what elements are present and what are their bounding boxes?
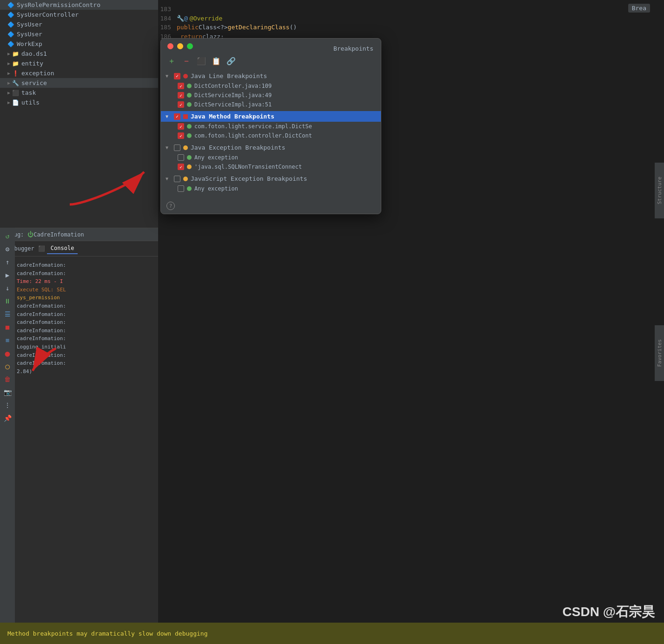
item-dot	[187, 124, 192, 129]
status-bar: Method breakpoints may dramatically slow…	[0, 623, 664, 644]
chevron-icon: ▶	[7, 61, 10, 66]
help-button[interactable]: ?	[166, 202, 175, 210]
tab-console[interactable]: Console	[47, 243, 78, 254]
bp-item-dictcontroller[interactable]: DictController.java:109	[161, 81, 381, 91]
trash-icon[interactable]: 🗑	[2, 374, 13, 385]
console-line-14: 2.84)	[17, 368, 156, 376]
tree-item-sysuser1[interactable]: 🔷 SysUser	[0, 20, 158, 29]
console-line-8: cadreInfomation:	[17, 318, 156, 327]
js-exception-checkbox[interactable]	[174, 176, 180, 182]
stop-icon[interactable]: ■	[2, 322, 13, 333]
play-icon[interactable]: ▶	[2, 269, 13, 281]
code-line-183: 183	[158, 5, 664, 14]
tree-item-task[interactable]: ▶ ⬛ task	[0, 88, 158, 98]
tree-item-service[interactable]: ▶ 🔧 service	[0, 78, 158, 88]
tree-item-utils[interactable]: ▶ 📄 utils	[0, 98, 158, 107]
console-line-5: sys_permission	[17, 294, 156, 302]
pin-icon[interactable]: 📌	[2, 413, 13, 424]
bp-section-java-exception-header[interactable]: ▼ Java Exception Breakpoints	[161, 142, 381, 153]
console-line-10: cadreInfomation:	[17, 335, 156, 343]
item-checkbox[interactable]	[178, 164, 184, 170]
tree-item-sysusercontroller[interactable]: 🔷 SysUserController	[0, 10, 158, 20]
camera-icon[interactable]: 📷	[2, 387, 13, 398]
console-line-11: Logging initiali	[17, 343, 156, 351]
item-checkbox[interactable]	[178, 83, 184, 89]
link-icon[interactable]: 🔗	[226, 56, 236, 66]
tree-item-exception[interactable]: ▶ ❗ exception	[0, 68, 158, 78]
bp-item-sql-exception[interactable]: 'java.sql.SQLNonTransientConnect	[161, 162, 381, 171]
breadcrumb-label: Brea	[628, 4, 650, 13]
pause-icon[interactable]: ⏸	[2, 296, 13, 307]
js-exception-dot	[183, 177, 188, 181]
circle-icon[interactable]: ○	[2, 361, 13, 372]
bp-section-java-exception: ▼ Java Exception Breakpoints Any excepti…	[161, 141, 381, 172]
remove-breakpoint-button[interactable]: −	[181, 56, 192, 66]
item-text: Any exception	[194, 185, 238, 192]
item-dot	[187, 164, 192, 169]
down-arrow-icon[interactable]: ↓	[2, 283, 13, 294]
window-close-button[interactable]	[167, 43, 173, 49]
tree-item-sysrolepermission[interactable]: 🔷 SysRolePermissionContro	[0, 0, 158, 10]
item-checkbox[interactable]	[178, 132, 184, 139]
debug-marker-icon: 🔧@	[177, 14, 188, 23]
breakpoint-dot[interactable]: ●	[2, 348, 13, 359]
tree-item-entity[interactable]: ▶ 📁 entity	[0, 59, 158, 68]
item-text: com.foton.light.controller.DictCont	[194, 132, 312, 139]
bp-item-any-exception[interactable]: Any exception	[161, 153, 381, 162]
java-method-checkbox[interactable]	[174, 113, 180, 120]
add-breakpoint-button[interactable]: +	[166, 56, 177, 66]
expand-icon[interactable]: ⬛	[196, 56, 206, 66]
chevron-icon: ▶	[7, 90, 10, 95]
item-dot	[187, 102, 192, 107]
item-checkbox[interactable]	[178, 185, 184, 192]
java-exception-checkbox[interactable]	[174, 145, 180, 151]
bp-section-java-line-header[interactable]: ▼ Java Line Breakpoints	[161, 71, 381, 81]
window-maximize-button[interactable]	[187, 43, 193, 49]
chevron-icon: ▼	[166, 73, 171, 79]
item-dot	[187, 84, 192, 88]
list-icon[interactable]: ☰	[2, 309, 13, 320]
gear-icon[interactable]: ⚙	[2, 243, 13, 255]
bp-item-dictservice-method1[interactable]: com.foton.light.service.impl.DictSe	[161, 122, 381, 131]
console-icon: ⬛	[38, 245, 45, 252]
restart-icon[interactable]: ↺	[2, 230, 13, 242]
bp-section-js-exception-header[interactable]: ▼ JavaScript Exception Breakpoints	[161, 173, 381, 184]
stack-icon[interactable]: ≡	[2, 335, 13, 346]
service-icon: 🔧	[12, 80, 19, 86]
tree-item-dao[interactable]: ▶ 📁 dao.ds1	[0, 49, 158, 59]
item-checkbox[interactable]	[178, 154, 184, 161]
copy-icon[interactable]: 📋	[211, 56, 221, 66]
bp-footer: ?	[161, 198, 381, 214]
item-checkbox[interactable]	[178, 101, 184, 108]
chevron-icon: ▼	[166, 145, 171, 150]
bp-section-java-method: ▼ Java Method Breakpoints com.foton.ligh…	[161, 110, 381, 141]
console-line-1: cadreInfomation:	[17, 261, 156, 269]
chevron-icon: ▶	[7, 51, 10, 56]
console-line-12: cadreInfomation:	[17, 351, 156, 360]
structure-label: Structure	[657, 173, 663, 208]
java-method-title: Java Method Breakpoints	[191, 113, 376, 120]
up-arrow-icon[interactable]: ↑	[2, 256, 13, 268]
bp-item-dictcontroller-method2[interactable]: com.foton.light.controller.DictCont	[161, 131, 381, 140]
item-text: DictController.java:109	[194, 83, 272, 89]
tree-item-sysuser2[interactable]: 🔷 SysUser	[0, 29, 158, 39]
tree-item-workexp[interactable]: 🔷 WorkExp	[0, 39, 158, 49]
bp-section-java-method-header[interactable]: ▼ Java Method Breakpoints	[161, 111, 381, 122]
more-icon[interactable]: ⋮	[2, 400, 13, 411]
interface-icon: 🔷	[7, 31, 14, 38]
debug-header: Debug: ⏻ CadreInfomation	[0, 228, 158, 241]
bp-item-dictserviceimpl51[interactable]: DictServiceImpl.java:51	[161, 100, 381, 109]
item-checkbox[interactable]	[178, 92, 184, 99]
bp-item-js-any-exception[interactable]: Any exception	[161, 184, 381, 193]
bp-section-js-exception: ▼ JavaScript Exception Breakpoints Any e…	[161, 172, 381, 194]
item-text: DictServiceImpl.java:51	[194, 101, 272, 108]
file-tree: 🔷 SysRolePermissionContro 🔷 SysUserContr…	[0, 0, 158, 228]
java-line-checkbox[interactable]	[174, 73, 180, 79]
bp-item-dictserviceimpl49[interactable]: DictServiceImpl.java:49	[161, 91, 381, 100]
js-exception-title: JavaScript Exception Breakpoints	[191, 175, 376, 182]
window-minimize-button[interactable]	[177, 43, 183, 49]
item-dot	[187, 186, 192, 191]
bp-toolbar: + − ⬛ 📋 🔗	[161, 54, 381, 70]
item-checkbox[interactable]	[178, 123, 184, 130]
folder-icon: 📁	[12, 60, 19, 67]
